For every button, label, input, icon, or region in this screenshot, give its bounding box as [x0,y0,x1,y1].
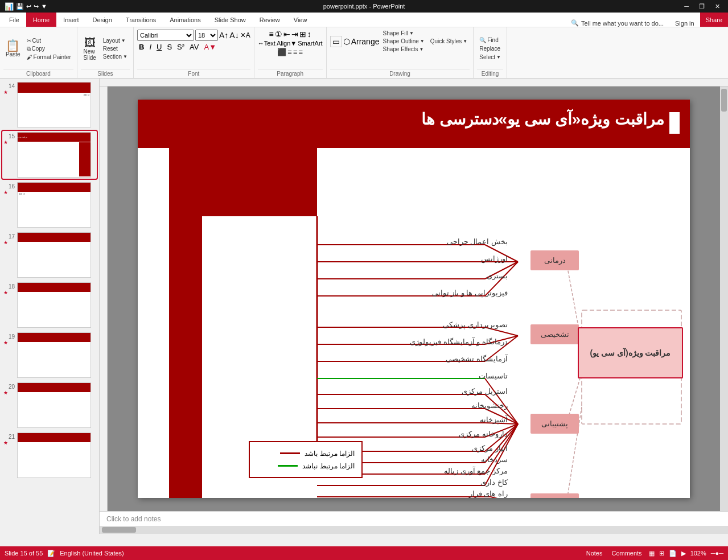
slide-num-17: 17 [3,232,15,240]
minimize-btn[interactable]: ─ [681,3,692,10]
qat-area[interactable]: 📊 💾 ↩ ↪ ▼ [5,2,47,11]
new-slide-button[interactable]: 🖼 NewSlide [81,36,99,62]
font-size-select[interactable]: 18 [195,30,218,41]
signin-btn[interactable]: Sign in [669,20,700,27]
comments-btn[interactable]: Comments [609,549,644,558]
view-slideshow-btn[interactable]: ▶ [681,550,686,557]
font-family-select[interactable]: Calibri [137,30,194,41]
view-normal-btn[interactable]: ▦ [649,550,655,557]
slide-thumb-16[interactable]: 16 ★ slide 16 [2,181,97,229]
clear-format-btn[interactable]: ✕A [240,31,250,39]
horizontal-scrollbar[interactable] [100,526,728,534]
find-btn[interactable]: 🔍 Find [477,36,503,44]
justify-btn[interactable]: ≡ [298,48,303,56]
tab-animations[interactable]: Animations [163,13,207,27]
slide-canvas[interactable]: مراقبت ویژه«آی سی یو»دسترسی ها [138,100,690,498]
align-left-btn[interactable]: ⬛ [277,48,286,56]
save-icon[interactable]: 💾 [16,3,24,10]
section-button[interactable]: Section ▼ [101,53,130,60]
tab-home[interactable]: Home [26,13,56,27]
view-slide-sorter-btn[interactable]: ⊞ [659,550,664,557]
notes-btn[interactable]: Notes [584,549,605,558]
shapes-btn[interactable]: ⬡ [343,37,350,46]
tab-file[interactable]: File [2,13,26,27]
slides-label: Slides [81,69,130,77]
tab-insert[interactable]: Insert [56,13,86,27]
rectangle-shape[interactable]: ▭ [330,36,342,47]
slide-thumb-21[interactable]: 21 ★ [2,431,97,479]
slide-thumb-19[interactable]: 19 ★ [2,331,97,379]
bullets-btn[interactable]: ≡ [269,30,274,39]
slide-thumb-14[interactable]: 14 ★ slide 14 [2,81,97,129]
shape-fill-btn[interactable]: Shape Fill ▼ [380,30,426,37]
star-18: ★ [3,290,15,295]
font-color-btn[interactable]: A▼ [202,42,218,52]
paragraph-label: Paragraph [258,69,323,77]
smartart-btn[interactable]: SmartArt [298,40,322,47]
increase-indent-btn[interactable]: ⇥ [291,30,298,39]
increase-font-btn[interactable]: A↑ [219,31,228,40]
slides-panel[interactable]: 14 ★ slide 14 15 ★ مراقبت ویژه [0,79,100,534]
replace-btn[interactable]: Replace [477,45,503,52]
bold-btn[interactable]: B [137,42,146,52]
copy-button[interactable]: ⧉ Copy [24,45,73,53]
align-center-btn[interactable]: ≡ [287,48,292,56]
align-text-btn[interactable]: Align▼ [277,40,297,47]
title-bar: 📊 💾 ↩ ↪ ▼ powerpoint.pptx - PowerPoint ─… [0,0,728,13]
slide-thumb-20[interactable]: 20 ★ [2,381,97,429]
numbering-btn[interactable]: ① [275,30,282,39]
restore-btn[interactable]: ❐ [696,3,708,10]
strikethrough-btn[interactable]: S [165,42,174,52]
tab-slideshow[interactable]: Slide Show [208,13,253,27]
view-reading-btn[interactable]: 📄 [669,550,677,557]
shape-effects-btn[interactable]: Shape Effects ▼ [380,46,426,53]
select-btn[interactable]: Select ▼ [477,53,503,61]
line-spacing-btn[interactable]: ↕ [307,30,311,39]
drawing-label: Drawing [330,69,470,77]
vscroll-thumb[interactable] [721,89,727,112]
tell-me[interactable]: 🔍 Tell me what you want to do... [565,19,669,27]
decrease-font-btn[interactable]: A↓ [229,31,238,40]
customize-qat-icon[interactable]: ▼ [41,3,47,10]
shadow-btn[interactable]: S² [175,42,186,52]
notes-bar[interactable]: Click to add notes [100,511,728,526]
legend-required: الزاما مرتبط باشد [257,450,355,458]
paste-button[interactable]: 📋 Paste [3,39,23,59]
arrange-btn[interactable]: Arrange [351,37,380,46]
tab-design[interactable]: Design [86,13,119,27]
cut-button[interactable]: ✂ Cut [24,37,73,44]
tab-transitions[interactable]: Transitions [119,13,163,27]
cut-icon: ✂ [27,38,31,44]
close-btn[interactable]: ✕ [711,3,723,10]
undo-icon[interactable]: ↩ [26,3,31,10]
reset-button[interactable]: Reset [101,45,130,52]
window-controls[interactable]: ─ ❐ ✕ [681,3,723,10]
canvas-content[interactable]: مراقبت ویژه«آی سی یو»دسترسی ها [108,87,720,511]
format-painter-button[interactable]: 🖌 Format Painter [24,53,73,61]
italic-btn[interactable]: I [147,42,153,52]
zoom-slider[interactable]: ─●─ [711,550,723,557]
layout-button[interactable]: Layout ▼ [101,37,130,44]
share-btn[interactable]: Share [700,13,728,27]
slide-thumb-18[interactable]: 18 ★ [2,281,97,329]
canvas-main: مراقبت ویژه«آی سی یو»دسترسی ها [100,87,728,511]
char-spacing-btn[interactable]: AV [188,42,200,52]
slide-thumb-15[interactable]: 15 ★ مراقبت ویژه [2,131,97,179]
hscroll-thumb[interactable] [102,527,136,533]
copy-icon: ⧉ [27,46,31,52]
underline-btn[interactable]: U [155,42,163,52]
item-darmani-1: بخش اعمال جراحی [447,237,508,246]
align-right-btn[interactable]: ≡ [293,48,298,56]
redo-icon[interactable]: ↪ [34,3,39,10]
decrease-indent-btn[interactable]: ⇤ [283,30,290,39]
quick-styles-btn[interactable]: Quick Styles ▼ [428,38,470,45]
columns-btn[interactable]: ⊞ [299,30,306,39]
text-direction-btn[interactable]: ↔Text [258,40,275,47]
shape-outline-btn[interactable]: Shape Outline ▼ [380,38,426,45]
tab-review[interactable]: Review [253,13,287,27]
slide-thumb-17[interactable]: 17 ★ [2,231,97,279]
tab-view[interactable]: View [287,13,314,27]
vertical-scrollbar[interactable] [720,87,728,511]
click-to-add-notes[interactable]: Click to add notes [106,515,161,523]
star-19: ★ [3,340,15,345]
